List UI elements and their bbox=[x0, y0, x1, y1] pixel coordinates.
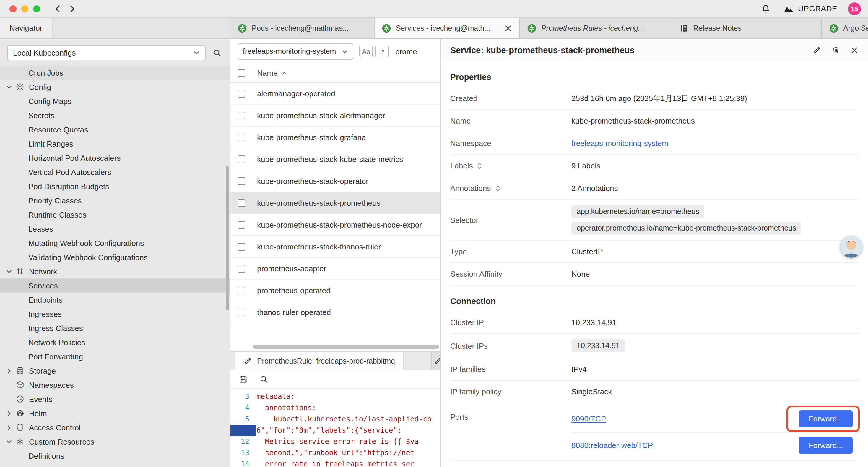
sidebar-item-events[interactable]: Events bbox=[0, 392, 230, 406]
sidebar-item-secrets[interactable]: Secrets bbox=[0, 108, 230, 122]
dock-tab-partial[interactable] bbox=[431, 352, 440, 370]
editor-line[interactable]: 3metadata: bbox=[230, 391, 440, 403]
notification-count-badge[interactable]: 15 bbox=[848, 2, 861, 15]
sidebar-item-runtime-classes[interactable]: Runtime Classes bbox=[0, 207, 230, 222]
table-row-alertmanager-operated[interactable]: alertmanager-operated bbox=[230, 83, 440, 105]
sidebar-item-port-forwarding[interactable]: Port Forwarding bbox=[0, 349, 230, 363]
navigator-tab[interactable]: Navigator bbox=[0, 18, 52, 38]
sidebar-item-config[interactable]: Config bbox=[0, 80, 230, 94]
row-checkbox[interactable] bbox=[238, 133, 245, 141]
table-row-prometheus-adapter[interactable]: prometheus-adapter bbox=[230, 258, 440, 280]
sidebar-item-network[interactable]: Network bbox=[0, 264, 230, 279]
back-icon[interactable] bbox=[51, 1, 65, 16]
sidebar-item-horizontal-pod-autoscalers[interactable]: Horizontal Pod Autoscalers bbox=[0, 151, 230, 165]
sidebar-search-icon[interactable] bbox=[213, 48, 222, 57]
kubeconfig-select[interactable]: Local Kubeconfigs bbox=[7, 45, 206, 60]
editor-line[interactable]: 6","for":"0m","labels":{"service": bbox=[230, 425, 440, 436]
search-value[interactable]: prome bbox=[395, 47, 417, 56]
port-link[interactable]: 8080:reloader-web/TCP bbox=[571, 441, 653, 450]
sidebar-item-access-control[interactable]: Access Control bbox=[0, 420, 230, 435]
table-row-kube-prometheus-stack-prometheus[interactable]: kube-prometheus-stack-prometheus-node-ex… bbox=[230, 214, 440, 236]
save-icon[interactable] bbox=[239, 375, 248, 384]
forward-icon[interactable] bbox=[65, 1, 79, 16]
sidebar-scrollbar[interactable] bbox=[226, 166, 229, 310]
close-window-button[interactable] bbox=[9, 5, 17, 12]
editor-line[interactable]: 5 kubectl.kubernetes.io/last-applied-co bbox=[230, 414, 440, 425]
yaml-editor[interactable]: 3metadata:4 annotations:5 kubectl.kubern… bbox=[230, 389, 440, 467]
namespace-link[interactable]: freeleaps-monitoring-system bbox=[571, 139, 668, 148]
table-row-kube-prometheus-stack-kube-state[interactable]: kube-prometheus-stack-kube-state-metrics bbox=[230, 148, 440, 170]
editor-line[interactable]: 14 error rate in freeleaps metrics ser bbox=[230, 459, 440, 467]
sidebar-item-vertical-pod-autoscalers[interactable]: Vertical Pod Autoscalers bbox=[0, 165, 230, 179]
dock-tab-prometheusrule[interactable]: PrometheusRule: freeleaps-prod-rabbitmq bbox=[235, 352, 404, 370]
sidebar-item-validating-webhook-configuration[interactable]: Validating Webhook Configurations bbox=[0, 250, 230, 264]
tab-argo-se[interactable]: Argo Se bbox=[822, 18, 868, 38]
upgrade-button[interactable]: UPGRADE bbox=[783, 4, 837, 13]
sidebar-item-helm[interactable]: Helm bbox=[0, 406, 230, 420]
row-checkbox[interactable] bbox=[238, 286, 245, 294]
close-tab-icon[interactable] bbox=[504, 24, 512, 32]
tab-services-icecheng-math[interactable]: Services - icecheng@math... bbox=[375, 18, 520, 38]
table-row-kube-prometheus-stack-alertmanag[interactable]: kube-prometheus-stack-alertmanager bbox=[230, 105, 440, 126]
row-checkbox[interactable] bbox=[238, 308, 245, 316]
row-checkbox[interactable] bbox=[238, 243, 245, 250]
sidebar-item-services[interactable]: Services bbox=[0, 279, 230, 293]
row-checkbox[interactable] bbox=[238, 221, 245, 229]
table-row-kube-prometheus-stack-grafana[interactable]: kube-prometheus-stack-grafana bbox=[230, 126, 440, 148]
editor-line[interactable]: 13 second.","runbook_url":"https://net bbox=[230, 447, 440, 459]
sidebar-item-pod-disruption-budgets[interactable]: Pod Disruption Budgets bbox=[0, 179, 230, 193]
sidebar-item-cron-jobs[interactable]: Cron Jobs bbox=[0, 66, 230, 80]
notifications-bell-icon[interactable] bbox=[758, 1, 773, 16]
sidebar-item-storage[interactable]: Storage bbox=[0, 363, 230, 378]
tab-prometheus-rules-icecheng[interactable]: Prometheus Rules - icecheng... bbox=[520, 18, 673, 38]
table-row-kube-prometheus-stack-prometheus[interactable]: kube-prometheus-stack-prometheus bbox=[230, 192, 440, 214]
table-row-kube-prometheus-stack-operator[interactable]: kube-prometheus-stack-operator bbox=[230, 170, 440, 192]
namespace-select[interactable]: freeleaps-monitoring-system bbox=[238, 43, 353, 60]
editor-line[interactable]: 12 Metrics service error rate is {{ $va bbox=[230, 436, 440, 447]
forward-button[interactable]: Forward... bbox=[799, 437, 852, 454]
sidebar-item-endpoints[interactable]: Endpoints bbox=[0, 293, 230, 307]
sidebar-item-leases[interactable]: Leases bbox=[0, 222, 230, 236]
table-row-prometheus-operated[interactable]: prometheus-operated bbox=[230, 280, 440, 301]
row-checkbox[interactable] bbox=[238, 265, 245, 272]
sidebar-item-resource-quotas[interactable]: Resource Quotas bbox=[0, 122, 230, 137]
match-case-toggle[interactable]: Aa bbox=[359, 46, 373, 57]
sidebar-item-network-policies[interactable]: Network Policies bbox=[0, 335, 230, 349]
zoom-window-button[interactable] bbox=[33, 5, 40, 12]
name-column-header[interactable]: Name bbox=[257, 68, 287, 78]
row-checkbox[interactable] bbox=[238, 155, 245, 163]
user-avatar[interactable] bbox=[840, 236, 862, 258]
horizontal-scrollbar[interactable] bbox=[253, 345, 439, 349]
sidebar-item-ingress-classes[interactable]: Ingress Classes bbox=[0, 321, 230, 335]
editor-search-icon[interactable] bbox=[259, 375, 268, 384]
regex-toggle[interactable]: .* bbox=[375, 46, 389, 57]
sidebar-item-definitions[interactable]: Definitions bbox=[0, 449, 230, 463]
sidebar-item-namespaces[interactable]: Namespaces bbox=[0, 378, 230, 392]
table-row-kube-prometheus-stack-thanos-rul[interactable]: kube-prometheus-stack-thanos-ruler bbox=[230, 236, 440, 258]
row-checkbox[interactable] bbox=[238, 111, 245, 119]
tab-release-notes[interactable]: Release Notes bbox=[673, 18, 822, 38]
service-name: thanos-ruler-operated bbox=[257, 308, 331, 317]
sidebar-item-config-maps[interactable]: Config Maps bbox=[0, 94, 230, 108]
sidebar-item-mutating-webhook-configurations[interactable]: Mutating Webhook Configurations bbox=[0, 236, 230, 250]
edit-service-icon[interactable] bbox=[812, 46, 821, 54]
port-link[interactable]: 9090/TCP bbox=[571, 414, 606, 423]
row-checkbox[interactable] bbox=[238, 90, 245, 97]
search-input[interactable]: Aa .* prome bbox=[359, 46, 433, 57]
forward-button[interactable]: Forward... bbox=[799, 410, 852, 428]
row-checkbox[interactable] bbox=[238, 177, 245, 185]
dock-tab-title: PrometheusRule: freeleaps-prod-rabbitmq bbox=[257, 357, 395, 365]
tab-pods-icecheng-mathmas[interactable]: Pods - icecheng@mathmas... bbox=[230, 18, 375, 38]
sidebar-item-custom-resources[interactable]: Custom Resources bbox=[0, 435, 230, 449]
editor-line[interactable]: 4 annotations: bbox=[230, 403, 440, 414]
close-panel-icon[interactable] bbox=[850, 46, 859, 54]
sidebar-item-limit-ranges[interactable]: Limit Ranges bbox=[0, 137, 230, 151]
select-all-checkbox[interactable] bbox=[238, 69, 245, 77]
delete-service-icon[interactable] bbox=[831, 46, 840, 54]
table-row-thanos-ruler-operated[interactable]: thanos-ruler-operated bbox=[230, 301, 440, 323]
detail-label-text: Session Affinity bbox=[450, 269, 502, 279]
sidebar-item-priority-classes[interactable]: Priority Classes bbox=[0, 193, 230, 207]
sidebar-item-ingresses[interactable]: Ingresses bbox=[0, 307, 230, 321]
minimize-window-button[interactable] bbox=[21, 5, 28, 12]
row-checkbox[interactable] bbox=[238, 199, 245, 207]
